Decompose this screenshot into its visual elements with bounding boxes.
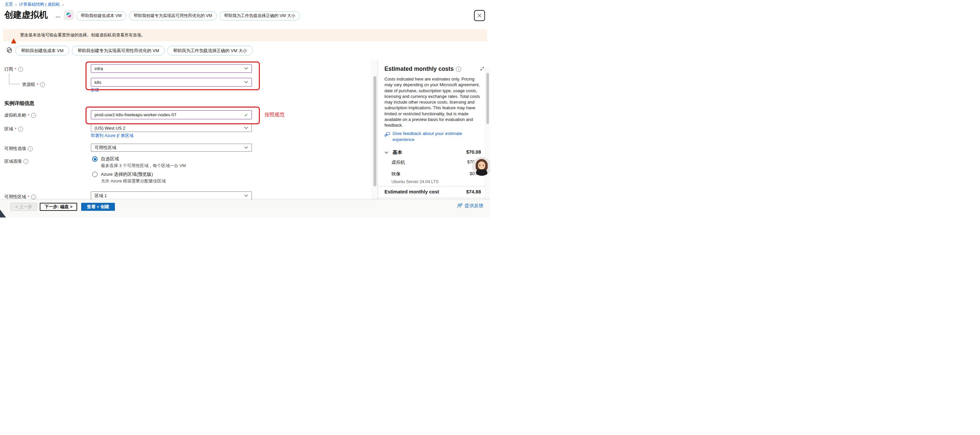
help-low-cost-button[interactable]: 帮助我创建低成本 VM: [76, 11, 126, 21]
availability-zone-dropdown[interactable]: 区域 1: [91, 191, 252, 200]
vm-name-input[interactable]: prod-usw2-k8s-freeleaps-worker-nodes-07 …: [91, 110, 252, 119]
help-high-availability-button[interactable]: 帮助我创建专为实现高可用性而优化的 VM: [129, 11, 217, 21]
section-title: 实例详细信息: [4, 100, 34, 107]
panel-hr: [378, 198, 490, 198]
create-vm-page: 主页 › 计算基础结构 | 虚拟机 › 创建虚拟机 … 帮助我创建低成本 VM …: [0, 0, 490, 218]
info-icon[interactable]: i: [31, 194, 36, 199]
panel-hr: [378, 186, 490, 186]
warning-icon: !: [11, 33, 17, 38]
field-connector: [9, 73, 20, 84]
feedback-link[interactable]: 提供反馈: [457, 203, 483, 209]
main-scrollbar-thumb[interactable]: [374, 76, 376, 186]
previous-button[interactable]: < 上一步: [10, 203, 37, 211]
info-icon[interactable]: i: [456, 67, 461, 72]
radio-self-selected-desc: 最多选择 3 个可用性区域，每个区域一台 VM: [101, 163, 186, 169]
footer-bar: < 上一步 下一步: 磁盘 > 查看 + 创建 提供反馈: [0, 200, 490, 218]
region-label: 区域* i: [4, 126, 23, 132]
total-label: Estimated monthly cost: [385, 189, 439, 194]
info-icon[interactable]: i: [28, 147, 33, 151]
close-icon: [477, 13, 482, 18]
breadcrumb-home-link[interactable]: 主页: [5, 2, 13, 7]
radio-azure-selected-desc: 允许 Azure 根据需要分配最佳区域: [101, 178, 165, 184]
chevron-down-icon: [385, 151, 388, 154]
help-high-availability-button[interactable]: 帮助我创建专为实现高可用性而优化的 VM: [72, 46, 165, 56]
warning-banner: ! 更改基本选项可能会重置所做的选择。创建虚拟机前查看所有选项。: [3, 29, 487, 41]
chevron-right-icon: ›: [62, 2, 64, 7]
vm-name-label: 虚拟机名称* i: [4, 112, 36, 118]
new-resource-group-link[interactable]: 新建: [91, 87, 99, 93]
panel-scrollbar: [485, 68, 490, 218]
vm-cost-label: 虚拟机: [391, 159, 405, 166]
chevron-down-icon: [244, 147, 248, 149]
copilot-button[interactable]: [64, 10, 74, 20]
radio-unselected-icon[interactable]: [92, 172, 97, 177]
header-suggestions: 帮助我创建低成本 VM 帮助我创建专为实现高可用性而优化的 VM 帮助我为工作负…: [76, 11, 300, 21]
availability-options-dropdown[interactable]: 可用性区域: [91, 143, 252, 152]
breadcrumb: 主页 › 计算基础结构 | 虚拟机 ›: [5, 2, 64, 7]
chevron-down-icon: [244, 67, 248, 70]
chevron-down-icon: [244, 127, 248, 129]
copilot-outline-icon: [5, 46, 13, 54]
costs-disclaimer: Costs indicated here are estimates only.…: [385, 76, 482, 128]
ellipsis-menu[interactable]: …: [56, 13, 61, 18]
resource-group-label: 资源组* i: [22, 81, 45, 88]
collapse-icon: [480, 66, 485, 71]
help-vm-size-button[interactable]: 帮助我为工作负载选择正确的 VM 大小: [167, 46, 253, 56]
help-low-cost-button[interactable]: 帮助我创建低成本 VM: [15, 46, 69, 56]
info-icon[interactable]: i: [18, 67, 23, 72]
body-suggestions: 帮助我创建低成本 VM 帮助我创建专为实现高可用性而优化的 VM 帮助我为工作负…: [15, 46, 253, 56]
radio-azure-selected-zones[interactable]: Azure 选择的区域(预览版): [92, 172, 153, 177]
valid-check-icon: ✓: [244, 112, 248, 118]
chevron-down-icon: [244, 194, 248, 197]
resource-group-dropdown[interactable]: k8s: [91, 78, 252, 86]
avatar[interactable]: [472, 157, 490, 176]
image-cost-label: 映像: [391, 171, 401, 177]
chevron-right-icon: ›: [15, 2, 17, 7]
info-icon[interactable]: i: [40, 82, 45, 87]
warning-text: 更改基本选项可能会重置所做的选择。创建虚拟机前查看所有选项。: [20, 32, 145, 38]
panel-scrollbar-thumb[interactable]: [486, 73, 489, 124]
person-feedback-icon: [457, 203, 463, 209]
help-vm-size-button[interactable]: 帮助我为工作负载选择正确的 VM 大小: [220, 11, 300, 21]
availability-zone-label: 可用性区域* i: [4, 194, 36, 200]
feedback-bubbles-icon: [385, 132, 390, 137]
breadcrumb-vm-link[interactable]: 计算基础结构 | 虚拟机: [19, 2, 60, 7]
collapse-panel-button[interactable]: [480, 66, 485, 72]
avatar-shirt: [476, 169, 487, 176]
subscription-label: 订阅* i: [4, 66, 23, 72]
copilot-outline-button[interactable]: [5, 46, 13, 56]
info-icon[interactable]: i: [18, 127, 23, 132]
page-title: 创建虚拟机: [4, 9, 48, 21]
annotation-note: 按照规范: [264, 112, 285, 118]
radio-selected-icon[interactable]: [92, 156, 97, 162]
radio-self-selected-zones[interactable]: 自选区域: [92, 156, 119, 162]
info-icon[interactable]: i: [23, 159, 29, 164]
panel-divider: [377, 60, 378, 218]
edge-zone-link[interactable]: 部署到 Azure 扩展区域: [91, 133, 133, 139]
info-icon[interactable]: i: [31, 113, 36, 118]
total-amount: $74.88: [466, 189, 481, 194]
chevron-down-icon: [244, 81, 248, 83]
next-disks-button[interactable]: 下一步: 磁盘 >: [40, 203, 77, 211]
availability-options-label: 可用性选项 i: [4, 146, 33, 152]
basic-group-row[interactable]: 基本: [385, 149, 402, 156]
costs-panel-title: Estimated monthly costs i: [385, 65, 461, 72]
close-button[interactable]: [474, 10, 485, 21]
zone-options-label: 区域选项 i: [4, 158, 29, 164]
corner-cursor-shape: [0, 209, 6, 218]
copilot-icon: [65, 12, 72, 18]
subscription-dropdown[interactable]: infra: [91, 64, 252, 73]
image-cost-sub: Ubuntu Server 24.04 LTS: [391, 179, 439, 184]
group-amount: $70.08: [466, 149, 481, 155]
group-label: 基本: [393, 149, 402, 156]
review-create-button[interactable]: 查看 + 创建: [81, 203, 115, 211]
region-dropdown[interactable]: (US) West US 2: [91, 124, 252, 132]
estimate-feedback-link[interactable]: Give feedback about your estimate experi…: [385, 131, 485, 142]
